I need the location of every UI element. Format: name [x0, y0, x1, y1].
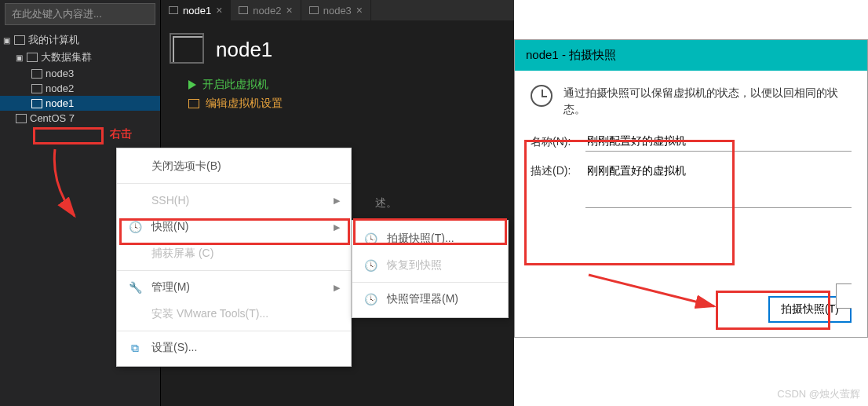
tree-label: node2 [46, 82, 74, 94]
tab-icon [309, 6, 319, 14]
menu-label: 管理(M) [151, 280, 190, 294]
tree-root[interactable]: ▣ 我的计算机 [0, 31, 160, 49]
tree-label: node3 [46, 68, 74, 79]
dialog-buttons: 拍摄快照(T) [768, 296, 852, 323]
desc-row: 描述(D): [531, 161, 852, 208]
menu-label: SSH(H) [151, 194, 189, 207]
tree-item-node1[interactable]: node1 [0, 96, 160, 111]
tree-label: 大数据集群 [41, 50, 92, 64]
clock-icon: 🕓 [363, 258, 377, 272]
desc-label: 描述(D): [531, 161, 578, 178]
separator [352, 282, 508, 283]
menu-label: 拍摄快照(T)... [387, 232, 454, 246]
clock-plus-icon: 🕓 [363, 232, 377, 246]
tree-label: node1 [46, 97, 74, 109]
button-fragment[interactable] [836, 283, 852, 309]
menu-close-tab[interactable]: 关闭选项卡(B) [117, 153, 351, 180]
tab-bar: node1 × node2 × node3 × [161, 0, 514, 20]
menu-settings[interactable]: ⧉ 设置(S)... [117, 335, 351, 361]
name-row: 名称(N): [531, 132, 852, 152]
chevron-right-icon: ▶ [334, 283, 340, 293]
menu-snapshot-manager[interactable]: 🕓 快照管理器(M) [352, 286, 508, 313]
tree-item-node3[interactable]: node3 [0, 66, 160, 81]
blank-icon [128, 193, 142, 207]
menu-manage[interactable]: 🔧 管理(M) ▶ [117, 274, 351, 301]
watermark: CSDN @烛火萤辉 [777, 387, 860, 401]
tab-icon [169, 6, 178, 14]
menu-label: 快照(N) [151, 220, 188, 234]
tab-icon [239, 6, 248, 14]
chevron-right-icon: ▶ [334, 222, 340, 232]
menu-label: 设置(S)... [151, 341, 197, 355]
dialog-info: 通过拍摄快照可以保留虚拟机的状态，以便以回相同的状态。 [531, 85, 852, 118]
close-icon[interactable]: × [356, 4, 363, 16]
main-header: node1 [173, 36, 502, 64]
collapse-icon[interactable]: ▣ [3, 36, 11, 44]
tree-label: CentOS 7 [30, 112, 75, 124]
separator [117, 270, 351, 271]
menu-label: 快照管理器(M) [387, 292, 458, 306]
play-icon [188, 80, 196, 90]
search-input[interactable]: 在此处键入内容进... [5, 3, 155, 25]
computer-icon [14, 35, 25, 45]
action-label: 编辑虚拟机设置 [206, 97, 283, 111]
vm-icon [31, 69, 42, 79]
tree-label: 我的计算机 [28, 33, 79, 47]
page-title: node1 [216, 38, 272, 62]
menu-label: 关闭选项卡(B) [151, 159, 221, 174]
tree-item-node2[interactable]: node2 [0, 81, 160, 96]
tab-node2[interactable]: node2 × [231, 0, 301, 20]
separator [117, 331, 351, 331]
blank-icon [128, 247, 142, 261]
action-label: 开启此虚拟机 [202, 78, 268, 92]
clock-icon [531, 85, 553, 107]
name-label: 名称(N): [531, 132, 578, 149]
close-icon[interactable]: × [286, 4, 293, 16]
vm-icon [31, 99, 42, 108]
context-menu-main: 关闭选项卡(B) SSH(H) ▶ 🕓 快照(N) ▶ 捕获屏幕 (C) 🔧 管… [116, 148, 352, 367]
vm-tree: ▣ 我的计算机 ▣ 大数据集群 node3 node2 node1 [0, 28, 160, 129]
tree-item-centos[interactable]: CentOS 7 [0, 111, 160, 126]
desc-fragment: 述。 [375, 196, 397, 210]
menu-vmtools: 安装 VMware Tools(T)... [117, 301, 351, 327]
separator [117, 183, 351, 184]
vm-large-icon [173, 36, 204, 64]
menu-take-snapshot[interactable]: 🕓 拍摄快照(T)... [352, 225, 508, 252]
menu-label: 安装 VMware Tools(T)... [151, 307, 268, 321]
name-field[interactable] [585, 132, 852, 152]
context-menu-snapshot: 🕓 拍摄快照(T)... 🕓 恢复到快照 🕓 快照管理器(M) [352, 220, 509, 318]
chevron-right-icon: ▶ [334, 196, 340, 206]
folder-icon [27, 53, 38, 62]
menu-label: 恢复到快照 [387, 258, 442, 272]
blank-icon [128, 159, 142, 174]
menu-snapshot[interactable]: 🕓 快照(N) ▶ [117, 214, 351, 240]
tree-group[interactable]: ▣ 大数据集群 [0, 49, 160, 66]
start-vm-link[interactable]: 开启此虚拟机 [173, 75, 502, 94]
clock-gear-icon: 🕓 [363, 292, 377, 306]
desc-field[interactable] [585, 161, 852, 208]
tab-label: node2 [253, 5, 281, 16]
settings-icon: ⧉ [128, 341, 142, 355]
vm-icon [31, 84, 42, 93]
dialog-info-text: 通过拍摄快照可以保留虚拟机的状态，以便以回相同的状态。 [563, 85, 852, 118]
vm-icon [16, 114, 27, 123]
dialog-body: 通过拍摄快照可以保留虚拟机的状态，以便以回相同的状态。 名称(N): 描述(D)… [515, 71, 867, 232]
menu-ssh: SSH(H) ▶ [117, 187, 351, 214]
tab-node1[interactable]: node1 × [161, 0, 231, 20]
close-icon[interactable]: × [216, 4, 222, 16]
wrench-icon: 🔧 [128, 280, 142, 294]
menu-capture: 捕获屏幕 (C) [117, 240, 351, 267]
dialog-title: node1 - 拍摄快照 [515, 40, 867, 71]
menu-label: 捕获屏幕 (C) [151, 247, 213, 261]
tab-label: node3 [323, 5, 352, 16]
annotation-text: 右击 [110, 127, 132, 141]
edit-icon [188, 99, 199, 108]
collapse-icon[interactable]: ▣ [16, 53, 24, 61]
menu-restore-snapshot: 🕓 恢复到快照 [352, 252, 508, 279]
blank-icon [128, 307, 142, 321]
tab-node3[interactable]: node3 × [301, 0, 371, 20]
snapshot-dialog: node1 - 拍摄快照 通过拍摄快照可以保留虚拟机的状态，以便以回相同的状态。… [514, 39, 868, 338]
tab-label: node1 [183, 5, 211, 16]
edit-vm-link[interactable]: 编辑虚拟机设置 [173, 94, 502, 113]
snapshot-icon: 🕓 [128, 220, 142, 234]
